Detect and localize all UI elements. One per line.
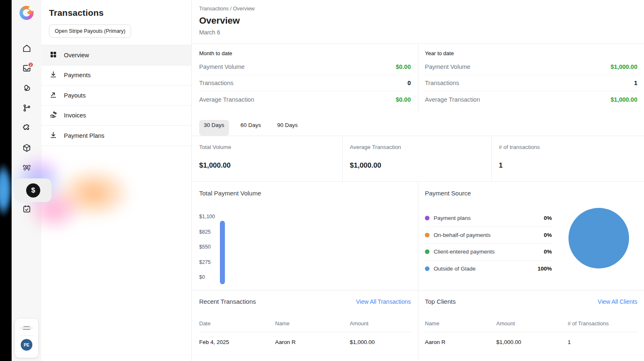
stat-row: Payment Volume $0.00 (199, 59, 411, 75)
card-label: Total Volume (199, 144, 342, 150)
rail-item-home[interactable] (12, 39, 41, 59)
rail-item-integrations[interactable] (12, 119, 41, 139)
puzzle-icon (22, 123, 32, 134)
view-all-transactions-link[interactable]: View All Transactions (356, 298, 411, 305)
y-tick: $1,100 (199, 213, 215, 220)
panel-title: Payment Source (425, 190, 629, 197)
page-date: March 6 (199, 29, 637, 36)
legend-pct: 0% (544, 249, 552, 255)
hand-coins-icon (49, 110, 58, 120)
legend-label: Client-entered payments (434, 249, 495, 255)
stat-label: Average Transaction (425, 96, 480, 103)
rail-item-workflows[interactable] (12, 99, 41, 119)
legend-pct: 0% (544, 215, 552, 221)
rail-item-messages[interactable] (12, 79, 41, 99)
download-arrow-icon (49, 131, 58, 141)
legend-dot-0 (425, 216, 429, 220)
glade-logo[interactable] (19, 5, 34, 21)
tab-90-days[interactable]: 90 Days (273, 120, 302, 136)
page-header: Transactions / Overview Overview March 6 (192, 0, 644, 44)
pie-chart[interactable] (568, 208, 629, 268)
column-header: # of Transactions (568, 320, 637, 332)
sidebar-item-invoices[interactable]: Invoices (41, 106, 191, 126)
legend-label: Outside of Glade (434, 266, 476, 272)
stat-label: Average Transaction (199, 96, 254, 103)
recent-transactions-panel: Recent Transactions View All Transaction… (192, 290, 418, 361)
legend-row: Client-entered payments 0% (425, 244, 552, 261)
pie-legend: Payment plans 0% On-behalf-of payments 0… (425, 210, 552, 277)
chart-panels: Total Payment Volume $1,100 $825 $550 $2… (192, 181, 644, 290)
dollar-icon: $ (26, 183, 40, 198)
inbox-badge: 2 (28, 62, 34, 68)
volume-bar[interactable] (220, 221, 225, 284)
rail-item-calendar[interactable] (12, 200, 41, 220)
transactions-sidebar: Transactions Open Stripe Payouts (Primar… (41, 0, 192, 361)
rail-item-payments-active[interactable]: $ (15, 178, 51, 202)
legend-dot-2 (425, 249, 429, 254)
grid-icon (49, 50, 58, 60)
open-stripe-payouts-button[interactable]: Open Stripe Payouts (Primary) (49, 24, 131, 38)
user-avatar[interactable]: PE (21, 339, 32, 351)
card-label: Average Transaction (350, 144, 491, 150)
card-value: $1,000.00 (350, 161, 491, 170)
payment-source-panel: Payment Source Payment plans 0% On-behal… (418, 182, 644, 290)
sidebar-item-label: Invoices (64, 112, 86, 119)
home-icon (22, 44, 32, 55)
sidebar-item-overview[interactable]: Overview (41, 45, 191, 66)
y-tick: $275 (199, 259, 215, 266)
column-header: Name (425, 320, 496, 332)
date-range-tabs: 30 Days 60 Days 90 Days (192, 113, 644, 136)
table-cell-amount[interactable]: $1,000.00 (496, 332, 568, 345)
stats-title: Month to date (199, 50, 411, 56)
table-cell-name[interactable]: Aaron R (425, 332, 496, 345)
tab-30-days[interactable]: 30 Days (199, 120, 229, 136)
sidebar-item-payment-plans[interactable]: Payment Plans (41, 126, 191, 146)
card-label: # of transactions (499, 144, 644, 150)
stats-title: Year to date (425, 50, 637, 56)
transaction-count-card: # of transactions 1 (492, 136, 644, 181)
card-value: 1 (499, 161, 644, 170)
legend-label: Payment plans (434, 215, 471, 221)
view-all-clients-link[interactable]: View All Clients (598, 298, 637, 305)
users-icon (22, 163, 32, 174)
card-value: $1,000.00 (199, 161, 342, 170)
column-header: Date (199, 320, 275, 332)
icon-rail: 2 $ PE (12, 0, 41, 361)
stat-year-2-value: $1,000.00 (610, 96, 637, 103)
table-cell-amount[interactable]: $1,000.00 (350, 332, 411, 345)
legend-dot-3 (425, 266, 429, 271)
table-cell-date[interactable]: Feb 4, 2025 (199, 332, 275, 345)
stat-label: Payment Volume (425, 63, 471, 70)
sidebar-item-payouts[interactable]: Payouts (41, 85, 191, 106)
calendar-check-icon (22, 204, 32, 215)
legend-pct: 0% (544, 232, 552, 238)
chat-icon (22, 83, 32, 95)
legend-row: Payment plans 0% (425, 210, 552, 227)
legend-row: Outside of Glade 100% (425, 261, 552, 278)
stat-row: Payment Volume $1,000.00 (425, 59, 637, 75)
sidebar-item-label: Payouts (64, 92, 85, 99)
arrow-up-right-icon (49, 90, 58, 100)
stat-year-1-value: 1 (634, 80, 637, 86)
rail-item-clients[interactable] (12, 159, 41, 178)
workspace-card[interactable]: PE (15, 319, 38, 358)
stats-section: Month to date Payment Volume $0.00 Trans… (192, 44, 644, 113)
rail-item-inbox[interactable]: 2 (12, 59, 41, 79)
download-arrow-icon (49, 70, 58, 80)
stat-year-0-value: $1,000.00 (610, 63, 637, 70)
paint-blob-decoration (0, 163, 12, 217)
summary-cards: Total Volume $1,000.00 Average Transacti… (192, 136, 644, 181)
sidebar-item-payments[interactable]: Payments (41, 66, 191, 86)
table-cell-count[interactable]: 1 (568, 332, 637, 345)
table-cell-name[interactable]: Aaron R (275, 332, 350, 345)
column-header: Name (275, 320, 350, 332)
legend-label: On-behalf-of payments (434, 232, 490, 238)
tab-60-days[interactable]: 60 Days (236, 120, 266, 136)
breadcrumb[interactable]: Transactions / Overview (199, 6, 637, 12)
stat-label: Transactions (199, 80, 233, 86)
rail-item-products[interactable] (12, 139, 41, 159)
month-to-date-panel: Month to date Payment Volume $0.00 Trans… (192, 44, 418, 113)
stat-row: Transactions 1 (425, 75, 637, 91)
stat-label: Payment Volume (199, 63, 245, 70)
bar-chart: $1,100 $825 $550 $275 $0 (199, 213, 418, 281)
